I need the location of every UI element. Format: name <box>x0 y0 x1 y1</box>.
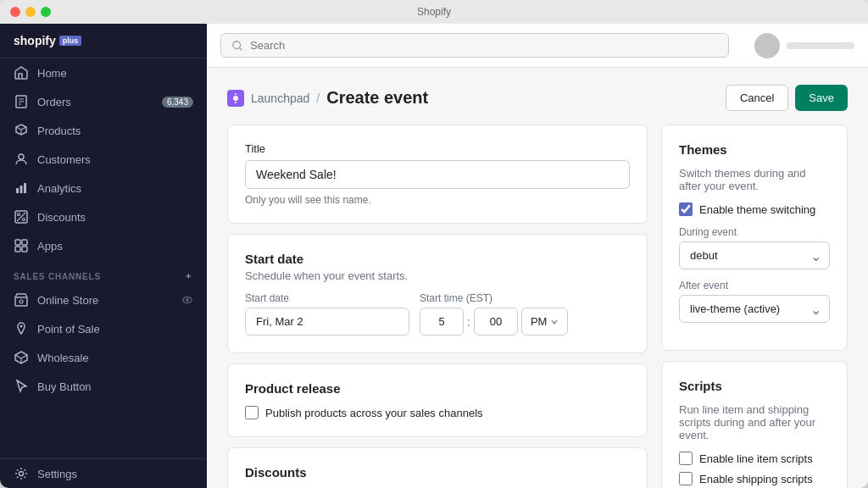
content-left: Title Only you will see this name. Start… <box>227 125 648 488</box>
start-date-card: Start date Schedule when your event star… <box>227 234 648 353</box>
maximize-button[interactable] <box>41 7 51 17</box>
cancel-button[interactable]: Cancel <box>726 85 788 111</box>
titlebar: Shopify <box>0 0 868 24</box>
title-input[interactable] <box>245 160 630 189</box>
product-release-card: Product release Publish products across … <box>227 363 648 437</box>
start-date-desc: Schedule when your event starts. <box>245 269 630 282</box>
main-nav: Home Orders 6,343 <box>0 58 207 260</box>
svg-point-23 <box>20 325 23 328</box>
sidebar-item-wholesale[interactable]: Wholesale <box>0 343 207 372</box>
sidebar-item-orders[interactable]: Orders 6,343 <box>0 87 207 116</box>
window-title: Shopify <box>417 6 451 18</box>
sidebar-item-settings[interactable]: Settings <box>0 459 207 488</box>
sidebar-item-label: Home <box>37 67 67 80</box>
store-icon <box>14 292 29 308</box>
analytics-icon <box>14 180 29 196</box>
sidebar: shopify plus Home <box>0 24 207 488</box>
shipping-scripts-checkbox[interactable] <box>679 472 693 485</box>
sidebar-item-analytics[interactable]: Analytics <box>0 174 207 202</box>
content-right: Themes Switch themes during and after yo… <box>661 125 848 488</box>
sidebar-item-apps[interactable]: Apps <box>0 231 207 260</box>
sidebar-item-point-of-sale[interactable]: Point of Sale <box>0 314 207 343</box>
svg-rect-17 <box>15 247 20 252</box>
during-event-select-wrapper: debut live-theme (active) <box>679 241 830 269</box>
orders-badge: 6,343 <box>162 97 193 108</box>
topbar <box>207 24 868 68</box>
breadcrumb: Launchpad / Create event Cancel Save <box>227 85 848 111</box>
sidebar-item-label: Apps <box>37 240 63 252</box>
after-event-group: After event live-theme (active) debut <box>679 280 830 323</box>
sidebar-item-label: Discounts <box>37 211 86 224</box>
product-release-checkbox[interactable] <box>245 406 259 419</box>
date-input[interactable] <box>245 308 409 336</box>
app-layout: shopify plus Home <box>0 24 868 488</box>
page: Launchpad / Create event Cancel Save Tit… <box>207 68 868 488</box>
svg-line-5 <box>16 127 21 130</box>
scripts-card: Scripts Run line item and shipping scrip… <box>661 361 848 488</box>
discounts-title: Discounts <box>245 465 630 480</box>
scripts-desc: Run line item and shipping scripts durin… <box>679 403 830 441</box>
svg-rect-18 <box>22 247 27 252</box>
sidebar-item-label: Analytics <box>37 182 81 195</box>
settings-icon <box>14 466 29 481</box>
sidebar-item-buy-button[interactable]: Buy Button <box>0 372 207 401</box>
theme-switching-row: Enable theme switching <box>679 202 830 216</box>
product-release-title: Product release <box>245 381 630 396</box>
ampm-selector[interactable]: PM <box>521 308 569 336</box>
home-icon <box>14 65 29 80</box>
svg-line-25 <box>15 355 21 358</box>
during-event-label: During event <box>679 226 830 238</box>
apps-icon <box>14 238 29 253</box>
svg-point-12 <box>23 219 25 221</box>
sidebar-item-online-store[interactable]: Online Store <box>0 286 207 314</box>
save-button[interactable]: Save <box>795 85 848 111</box>
shopify-logo: shopify plus <box>14 34 193 47</box>
breadcrumb-back-link[interactable]: Launchpad <box>251 92 309 105</box>
title-label: Title <box>245 142 630 155</box>
during-event-select[interactable]: debut live-theme (active) <box>679 241 830 269</box>
pin-icon <box>14 321 29 336</box>
minimize-button[interactable] <box>25 7 36 17</box>
discounts-icon <box>14 209 29 225</box>
add-sales-channel-button[interactable]: ＋ <box>184 270 193 282</box>
svg-line-13 <box>17 213 25 221</box>
sidebar-item-discounts[interactable]: Discounts <box>0 202 207 231</box>
after-event-select[interactable]: live-theme (active) debut <box>679 295 830 323</box>
sidebar-item-customers[interactable]: Customers <box>0 145 207 174</box>
line-item-scripts-label: Enable line item scripts <box>699 452 813 465</box>
close-button[interactable] <box>10 7 20 17</box>
sidebar-item-label: Online Store <box>37 294 98 307</box>
sidebar-item-home[interactable]: Home <box>0 58 207 87</box>
sidebar-header: shopify plus <box>0 24 207 58</box>
svg-rect-10 <box>24 183 26 193</box>
breadcrumb-separator: / <box>316 92 320 105</box>
start-date-title: Start date <box>245 252 630 266</box>
logo-text: shopify <box>14 34 56 47</box>
avatar <box>754 33 780 58</box>
after-event-label: After event <box>679 280 830 291</box>
sidebar-item-label: Point of Sale <box>37 323 100 336</box>
content-layout: Title Only you will see this name. Start… <box>227 125 848 488</box>
minute-input[interactable] <box>474 308 518 336</box>
launchpad-icon <box>227 90 244 107</box>
themes-card: Themes Switch themes during and after yo… <box>661 125 848 351</box>
main-content: Launchpad / Create event Cancel Save Tit… <box>207 24 868 488</box>
date-label: Start date <box>245 292 409 304</box>
time-inputs: : PM <box>420 308 568 336</box>
title-card: Title Only you will see this name. <box>227 125 648 224</box>
theme-switching-checkbox[interactable] <box>679 202 693 216</box>
search-container <box>220 33 729 58</box>
line-item-scripts-checkbox[interactable] <box>679 452 693 465</box>
page-actions: Cancel Save <box>726 85 848 111</box>
svg-point-22 <box>186 298 189 302</box>
search-input[interactable] <box>250 39 718 52</box>
topbar-right <box>754 33 854 58</box>
product-release-label: Publish products across your sales chann… <box>265 407 483 419</box>
sidebar-item-products[interactable]: Products <box>0 116 207 145</box>
products-icon <box>14 123 29 138</box>
sidebar-item-label: Customers <box>37 153 91 166</box>
hour-input[interactable] <box>420 308 464 336</box>
svg-line-6 <box>21 127 26 130</box>
sidebar-item-label: Buy Button <box>37 380 92 393</box>
page-title: Create event <box>326 88 428 108</box>
